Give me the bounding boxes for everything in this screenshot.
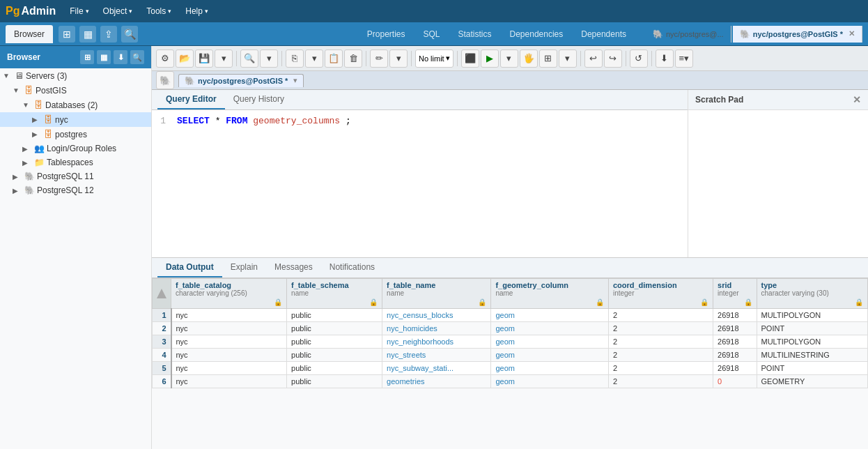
sidebar-download-icon[interactable]: ⬇ xyxy=(114,50,127,64)
cell-coord_dimension: 2 xyxy=(608,322,713,335)
tab-notifications[interactable]: Notifications xyxy=(321,258,383,277)
tab-statistics[interactable]: Statistics xyxy=(450,25,500,43)
tree-item-pg11[interactable]: ▶ 🐘 PostgreSQL 11 xyxy=(0,169,151,183)
sidebar-header-icons: ⊞ ▦ ⬇ 🔍 xyxy=(80,50,144,64)
db-toggle-btn[interactable]: 🐘 xyxy=(156,71,174,89)
cell-f_geometry_column[interactable]: geom xyxy=(491,309,609,322)
save-btn[interactable]: 💾 xyxy=(195,50,213,68)
edit-dropdown-btn[interactable]: ▾ xyxy=(389,50,408,68)
download-btn[interactable]: ⬇ xyxy=(656,50,674,68)
row-number-cell: 5 xyxy=(153,362,171,375)
cell-f_table_name[interactable]: nyc_streets xyxy=(382,349,491,362)
tab-data-output[interactable]: Data Output xyxy=(157,258,222,277)
find-btn[interactable]: 🔍 xyxy=(240,50,258,68)
tab-dependents[interactable]: Dependents xyxy=(573,25,635,43)
more-btn[interactable]: ≡▾ xyxy=(675,50,693,68)
cell-f_table_schema: public xyxy=(287,375,382,388)
open-file-btn[interactable]: 📂 xyxy=(176,50,194,68)
reset-btn[interactable]: ↺ xyxy=(630,50,648,68)
undo-btn[interactable]: ↩ xyxy=(584,50,603,68)
cell-f_table_name[interactable]: nyc_subway_stati... xyxy=(382,362,491,375)
divider xyxy=(651,51,652,66)
tree-item-postgis[interactable]: ▼ 🗄 PostGIS xyxy=(0,83,151,98)
copy-btn[interactable]: ⎘ xyxy=(286,50,304,68)
tree-item-pg12[interactable]: ▶ 🐘 PostgreSQL 12 xyxy=(0,183,151,197)
cell-coord_dimension: 2 xyxy=(608,349,713,362)
tab-explain[interactable]: Explain xyxy=(222,258,266,277)
sidebar-search-icon[interactable]: 🔍 xyxy=(130,50,144,64)
expand-icon: ▶ xyxy=(32,116,42,123)
divider xyxy=(411,51,412,66)
tree-item-nyc[interactable]: ▶ 🗄 nyc xyxy=(0,112,151,127)
stop-btn[interactable]: ⬛ xyxy=(461,50,479,68)
tab-messages[interactable]: Messages xyxy=(266,258,321,277)
cell-f_table_name[interactable]: nyc_neighborhoods xyxy=(382,335,491,349)
tree-item-tablespaces[interactable]: ▶ 📁 Tablespaces xyxy=(0,155,151,169)
conn-tab-label: nyc/postgres@PostGIS * xyxy=(198,77,288,85)
tree-item-postgres[interactable]: ▶ 🗄 postgres xyxy=(0,127,151,142)
divider xyxy=(366,51,366,66)
tab-properties[interactable]: Properties xyxy=(359,25,414,43)
divider xyxy=(281,51,282,66)
scratch-pad-body[interactable] xyxy=(688,110,868,257)
limit-dropdown[interactable]: No limit ▾ xyxy=(415,50,454,68)
paste-btn[interactable]: 📋 xyxy=(325,50,343,68)
conn-tab-2[interactable]: 🐘 nyc/postgres@PostGIS * ✕ xyxy=(733,26,862,43)
cell-f_table_name[interactable]: nyc_census_blocks xyxy=(382,309,491,322)
tab-query-editor[interactable]: Query Editor xyxy=(157,90,225,109)
tab-sql[interactable]: SQL xyxy=(414,25,448,43)
copy-dropdown-btn[interactable]: ▾ xyxy=(305,50,323,68)
row-number-cell: 2 xyxy=(153,322,171,335)
chevron-down-icon: ▾ xyxy=(205,8,208,15)
close-conn-icon[interactable]: ▾ xyxy=(293,76,297,85)
cell-f_geometry_column[interactable]: geom xyxy=(491,335,609,349)
cell-f_table_schema: public xyxy=(287,309,382,322)
run-btn[interactable]: ▶ xyxy=(481,50,499,68)
execute-btn[interactable]: ⚙ xyxy=(156,50,174,68)
menu-object[interactable]: Object ▾ xyxy=(98,3,139,19)
tab-dependencies[interactable]: Dependencies xyxy=(502,25,572,43)
save-dropdown-btn[interactable]: ▾ xyxy=(215,50,233,68)
tree-item-login-roles[interactable]: ▶ 👥 Login/Group Roles xyxy=(0,142,151,155)
menu-file[interactable]: File ▾ xyxy=(64,3,94,19)
editor-content[interactable]: 1 SELECT * FROM geometry_columns ; xyxy=(152,110,688,257)
close-tab-icon[interactable]: ✕ xyxy=(848,29,855,38)
table-icon-btn[interactable]: ▦ xyxy=(79,26,96,43)
cell-f_geometry_column[interactable]: geom xyxy=(491,322,609,335)
cell-f_table_name[interactable]: nyc_homicides xyxy=(382,322,491,335)
close-scratch-pad-icon[interactable]: ✕ xyxy=(853,94,861,105)
tablespace-icon: 📁 xyxy=(34,158,45,167)
tab-query-history[interactable]: Query History xyxy=(225,90,293,109)
cell-f_geometry_column[interactable]: geom xyxy=(491,375,609,388)
tree-item-databases[interactable]: ▼ 🗄 Databases (2) xyxy=(0,98,151,112)
upload-icon-btn[interactable]: ⇪ xyxy=(100,26,117,43)
edit-btn[interactable]: ✏ xyxy=(370,50,388,68)
tree-item-servers[interactable]: ▼ 🖥 Servers (3) xyxy=(0,68,151,83)
view-btn[interactable]: ⊞ xyxy=(539,50,557,68)
conn-db-tab[interactable]: 🐘 nyc/postgres@PostGIS * ▾ xyxy=(178,74,304,87)
editor-tabs: Query Editor Query History xyxy=(152,90,688,110)
cell-f_table_name[interactable]: geometries xyxy=(382,375,491,388)
tree-label-postgis: PostGIS xyxy=(36,86,67,96)
cell-f_geometry_column[interactable]: geom xyxy=(491,362,609,375)
hand-btn[interactable]: 🖐 xyxy=(520,50,538,68)
col-header-srid: srid integer 🔒 xyxy=(713,279,757,309)
conn-tab-1[interactable]: 🐘 nyc/postgres@... xyxy=(646,26,731,43)
table-row: 3nycpublicnyc_neighborhoodsgeom226918MUL… xyxy=(153,335,868,349)
sidebar-title: Browser xyxy=(7,52,40,62)
find-dropdown-btn[interactable]: ▾ xyxy=(260,50,278,68)
pg-icon: 🐘 xyxy=(24,172,35,181)
sidebar-table-icon[interactable]: ▦ xyxy=(97,50,111,64)
view-dropdown-btn[interactable]: ▾ xyxy=(559,50,577,68)
logo-pg: Pg xyxy=(6,5,20,17)
sidebar-grid-icon[interactable]: ⊞ xyxy=(80,50,94,64)
search-icon-btn[interactable]: 🔍 xyxy=(121,26,138,43)
run-dropdown-btn[interactable]: ▾ xyxy=(500,50,518,68)
delete-btn[interactable]: 🗑 xyxy=(344,50,362,68)
menu-help[interactable]: Help ▾ xyxy=(180,3,214,19)
cell-f_geometry_column[interactable]: geom xyxy=(491,349,609,362)
redo-btn[interactable]: ↪ xyxy=(604,50,622,68)
grid-icon-btn[interactable]: ⊞ xyxy=(59,26,75,43)
menu-tools[interactable]: Tools ▾ xyxy=(141,3,177,19)
tab-browser[interactable]: Browser xyxy=(6,25,53,43)
